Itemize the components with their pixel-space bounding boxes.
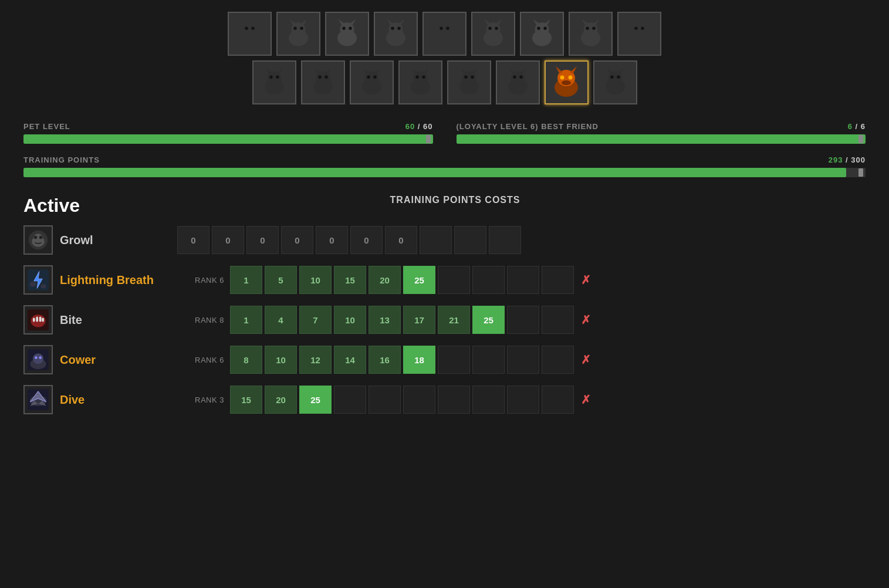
rank-cell-growl-6[interactable]: 0 xyxy=(385,226,417,254)
loyalty-value: 6 / 6 xyxy=(848,122,866,131)
svg-marker-81 xyxy=(471,68,478,74)
rank-cell-growl-3[interactable]: 0 xyxy=(281,226,313,254)
svg-point-83 xyxy=(471,76,474,79)
rank-cell-lightning-breath-4[interactable]: 20 xyxy=(369,266,401,294)
svg-point-29 xyxy=(446,27,449,31)
portrait-p4[interactable] xyxy=(374,12,418,56)
svg-point-5 xyxy=(251,27,255,31)
rank-cell-growl-0[interactable]: 0 xyxy=(177,226,209,254)
portrait-p9[interactable] xyxy=(617,12,661,56)
rank-cell-dive-8 xyxy=(507,386,539,414)
pet-level-value: 60 / 60 xyxy=(405,122,433,131)
portrait-p3[interactable] xyxy=(325,12,369,56)
rank-cell-bite-3[interactable]: 10 xyxy=(334,306,366,334)
portrait-p6[interactable] xyxy=(471,12,515,56)
svg-point-77 xyxy=(422,76,425,79)
skill-icon-growl xyxy=(23,225,53,255)
pet-level-bar-bg xyxy=(23,134,433,144)
svg-marker-92 xyxy=(556,66,563,73)
svg-marker-100 xyxy=(617,68,624,74)
rank-cell-bite-4[interactable]: 13 xyxy=(369,306,401,334)
skill-name-bite: Bite xyxy=(60,313,177,327)
rank-cell-cower-3[interactable]: 14 xyxy=(334,346,366,374)
rank-cell-cower-0[interactable]: 8 xyxy=(230,346,262,374)
svg-point-46 xyxy=(586,27,589,31)
rank-cell-lightning-breath-5[interactable]: 25 xyxy=(403,266,435,294)
loyalty-max: 6 xyxy=(861,122,866,131)
portrait-p7[interactable] xyxy=(520,12,564,56)
rank-cell-bite-2[interactable]: 7 xyxy=(299,306,332,334)
rank-cell-growl-4[interactable]: 0 xyxy=(316,226,348,254)
training-points-text: TRAINING POINTS xyxy=(23,156,100,164)
portrait-p16[interactable] xyxy=(545,60,589,104)
rank-cell-cower-9 xyxy=(542,346,574,374)
rank-cell-bite-0[interactable]: 1 xyxy=(230,306,262,334)
svg-rect-115 xyxy=(36,317,38,322)
remove-btn-dive[interactable]: ✗ xyxy=(581,393,591,407)
rank-cell-lightning-breath-8 xyxy=(507,266,539,294)
rank-cell-cower-8 xyxy=(507,346,539,374)
skill-row-growl: Growl0000000 xyxy=(23,222,866,258)
skill-icon-bite xyxy=(23,305,53,334)
rank-cell-cower-1[interactable]: 10 xyxy=(265,346,297,374)
rank-cell-growl-1[interactable]: 0 xyxy=(212,226,244,254)
rank-cell-dive-9 xyxy=(542,386,574,414)
rank-cell-lightning-breath-2[interactable]: 10 xyxy=(299,266,332,294)
pet-level-label: PET LEVEL 60 / 60 xyxy=(23,122,433,131)
rank-cell-bite-6[interactable]: 21 xyxy=(438,306,470,334)
svg-marker-51 xyxy=(641,19,648,25)
rank-cell-lightning-breath-0[interactable]: 1 xyxy=(230,266,262,294)
rank-cell-lightning-breath-3[interactable]: 15 xyxy=(334,266,366,294)
skill-rank-bite: RANK 8 xyxy=(177,316,224,325)
skill-name-dive: Dive xyxy=(60,393,177,407)
rank-cell-dive-6 xyxy=(438,386,470,414)
remove-btn-bite[interactable]: ✗ xyxy=(581,313,591,327)
rank-costs-lightning-breath: 1510152025 xyxy=(230,266,574,294)
rank-cell-lightning-breath-6 xyxy=(438,266,470,294)
svg-point-4 xyxy=(245,27,248,31)
portrait-p13[interactable] xyxy=(398,60,442,104)
portrait-p12[interactable] xyxy=(350,60,394,104)
svg-point-121 xyxy=(35,356,38,359)
portrait-p11[interactable] xyxy=(301,60,345,104)
rank-cell-cower-5[interactable]: 18 xyxy=(403,346,435,374)
rank-cell-cower-2[interactable]: 12 xyxy=(299,346,332,374)
app-container: PET LEVEL 60 / 60 (LOYALTY LEVEL 6) BEST… xyxy=(18,12,871,417)
skill-row-cower: CowerRANK 681012141618✗ xyxy=(23,342,866,377)
portrait-p10[interactable] xyxy=(252,60,296,104)
svg-marker-8 xyxy=(290,19,296,25)
loyalty-current: 6 xyxy=(848,122,853,131)
rank-cell-bite-7[interactable]: 25 xyxy=(472,306,505,334)
svg-point-59 xyxy=(276,76,279,79)
portrait-p14[interactable] xyxy=(447,60,491,104)
rank-cell-dive-7 xyxy=(472,386,505,414)
rank-cell-dive-1[interactable]: 20 xyxy=(265,386,297,414)
portrait-p5[interactable] xyxy=(422,12,467,56)
rank-cell-bite-5[interactable]: 17 xyxy=(403,306,435,334)
remove-btn-lightning-breath[interactable]: ✗ xyxy=(581,273,591,287)
portrait-p8[interactable] xyxy=(569,12,613,56)
svg-marker-56 xyxy=(265,68,272,74)
remove-btn-cower[interactable]: ✗ xyxy=(581,353,591,367)
portrait-p2[interactable] xyxy=(276,12,320,56)
rank-cell-cower-4[interactable]: 16 xyxy=(369,346,401,374)
skill-row-lightning-breath: Lightning BreathRANK 61510152025✗ xyxy=(23,262,866,298)
pet-level-separator: / xyxy=(418,122,423,131)
rank-cell-growl-5[interactable]: 0 xyxy=(350,226,383,254)
svg-marker-39 xyxy=(544,19,550,25)
loyalty-bar-fill xyxy=(457,134,866,144)
rank-cell-growl-2[interactable]: 0 xyxy=(246,226,279,254)
rank-cell-bite-1[interactable]: 4 xyxy=(265,306,297,334)
pet-level-bar-fill xyxy=(23,134,433,144)
rank-cell-lightning-breath-1[interactable]: 5 xyxy=(265,266,297,294)
portrait-p1[interactable] xyxy=(228,12,272,56)
pet-level-thumb xyxy=(426,135,431,143)
portrait-p15[interactable] xyxy=(496,60,540,104)
svg-marker-74 xyxy=(411,68,418,74)
rank-cell-dive-2[interactable]: 25 xyxy=(299,386,332,414)
skill-name-cower: Cower xyxy=(60,353,177,367)
svg-marker-62 xyxy=(314,68,320,74)
portrait-p17[interactable] xyxy=(593,60,637,104)
rank-cell-dive-4 xyxy=(369,386,401,414)
rank-cell-dive-0[interactable]: 15 xyxy=(230,386,262,414)
